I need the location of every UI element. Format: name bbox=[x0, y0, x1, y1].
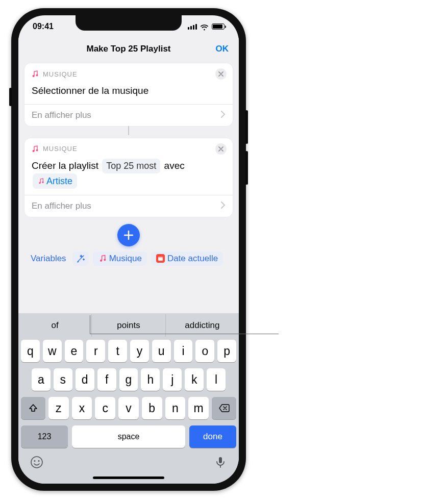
chevron-right-icon bbox=[221, 201, 226, 211]
action-card-create-playlist[interactable]: MUSIQUE Créer la playlist Top 25 most av… bbox=[24, 138, 233, 217]
suggestion-1[interactable]: of bbox=[18, 314, 91, 337]
plus-icon bbox=[123, 230, 134, 240]
key-c[interactable]: c bbox=[95, 397, 115, 419]
key-row-2: a s d f g h j k l bbox=[18, 365, 239, 394]
playlist-name-field[interactable]: Top 25 most bbox=[102, 159, 160, 173]
close-icon bbox=[218, 71, 223, 77]
keyboard: of points addicting q w e r t y u i o p … bbox=[18, 313, 239, 484]
svg-rect-1 bbox=[158, 257, 163, 258]
key-i[interactable]: i bbox=[174, 340, 193, 362]
key-j[interactable]: j bbox=[163, 368, 182, 391]
connector-line bbox=[128, 126, 129, 135]
cellular-icon bbox=[188, 24, 197, 30]
emoji-button[interactable] bbox=[30, 455, 44, 471]
key-q[interactable]: q bbox=[21, 340, 40, 362]
key-123[interactable]: 123 bbox=[21, 425, 68, 448]
key-u[interactable]: u bbox=[152, 340, 171, 362]
ok-button[interactable]: OK bbox=[216, 44, 229, 54]
screen: 09:41 Make Top 25 Playlist OK MUSIQUE bbox=[18, 15, 239, 484]
key-n[interactable]: n bbox=[165, 397, 186, 419]
key-d[interactable]: d bbox=[76, 368, 94, 391]
svg-rect-5 bbox=[219, 457, 222, 463]
key-w[interactable]: w bbox=[43, 340, 62, 362]
add-action-button[interactable] bbox=[117, 224, 140, 246]
key-y[interactable]: y bbox=[130, 340, 149, 362]
variable-token-artist[interactable]: Artiste bbox=[33, 173, 77, 189]
svg-point-4 bbox=[38, 460, 40, 462]
variable-chip-label: Musique bbox=[109, 254, 142, 264]
nav-bar: Make Top 25 Playlist OK bbox=[18, 38, 239, 60]
variable-chip-label: Date actuelle bbox=[167, 254, 218, 264]
key-delete[interactable] bbox=[212, 397, 236, 419]
show-more-row[interactable]: En afficher plus bbox=[24, 195, 233, 217]
workflow-content: MUSIQUE Sélectionner de la musique En af… bbox=[18, 60, 239, 270]
key-t[interactable]: t bbox=[108, 340, 127, 362]
variable-chip-current-date[interactable]: Date actuelle bbox=[151, 252, 223, 266]
action-app-label: MUSIQUE bbox=[43, 70, 211, 78]
key-e[interactable]: e bbox=[65, 340, 84, 362]
music-note-icon bbox=[98, 254, 107, 263]
chevron-right-icon bbox=[221, 110, 226, 120]
wifi-icon bbox=[200, 23, 209, 30]
home-indicator[interactable] bbox=[93, 476, 164, 479]
key-o[interactable]: o bbox=[195, 340, 214, 362]
key-space[interactable]: space bbox=[72, 425, 185, 448]
key-a[interactable]: a bbox=[32, 368, 51, 391]
action-text-mid: avec bbox=[164, 160, 185, 171]
key-m[interactable]: m bbox=[188, 397, 209, 419]
key-done[interactable]: done bbox=[189, 425, 236, 448]
callout-leader bbox=[90, 334, 279, 334]
key-row-1: q w e r t y u i o p bbox=[18, 337, 239, 365]
key-k[interactable]: k bbox=[185, 368, 204, 391]
mic-icon bbox=[213, 455, 228, 469]
key-v[interactable]: v bbox=[118, 397, 139, 419]
emoji-icon bbox=[30, 455, 44, 469]
music-app-icon bbox=[31, 70, 39, 78]
variable-chip-music[interactable]: Musique bbox=[93, 252, 147, 266]
key-b[interactable]: b bbox=[142, 397, 162, 419]
magic-wand-icon bbox=[76, 254, 85, 263]
key-g[interactable]: g bbox=[119, 368, 138, 391]
page-title: Make Top 25 Playlist bbox=[86, 44, 170, 54]
key-f[interactable]: f bbox=[97, 368, 116, 391]
magic-variable-button[interactable] bbox=[72, 252, 89, 266]
shift-icon bbox=[28, 403, 38, 413]
battery-icon bbox=[212, 23, 225, 30]
remove-action-button[interactable] bbox=[215, 68, 227, 80]
key-row-4: 123 space done bbox=[18, 422, 239, 451]
close-icon bbox=[218, 146, 223, 152]
show-more-label: En afficher plus bbox=[32, 110, 91, 120]
calendar-icon bbox=[156, 254, 165, 263]
key-x[interactable]: x bbox=[72, 397, 92, 419]
key-h[interactable]: h bbox=[141, 368, 160, 391]
variables-link[interactable]: Variables bbox=[29, 252, 68, 266]
show-more-row[interactable]: En afficher plus bbox=[24, 104, 233, 126]
action-title: Sélectionner de la musique bbox=[32, 85, 148, 96]
key-r[interactable]: r bbox=[86, 340, 105, 362]
action-app-label: MUSIQUE bbox=[43, 145, 211, 153]
key-z[interactable]: z bbox=[48, 397, 69, 419]
status-time: 09:41 bbox=[33, 22, 54, 31]
show-more-label: En afficher plus bbox=[32, 201, 91, 211]
key-s[interactable]: s bbox=[54, 368, 72, 391]
notch bbox=[76, 15, 182, 31]
phone-frame: 09:41 Make Top 25 Playlist OK MUSIQUE bbox=[11, 8, 246, 491]
action-card-select-music[interactable]: MUSIQUE Sélectionner de la musique En af… bbox=[24, 63, 233, 126]
key-p[interactable]: p bbox=[217, 340, 236, 362]
music-note-icon bbox=[37, 178, 44, 185]
key-l[interactable]: l bbox=[207, 368, 226, 391]
svg-point-2 bbox=[31, 457, 42, 468]
music-app-icon bbox=[31, 145, 39, 153]
variable-token-label: Artiste bbox=[46, 174, 72, 188]
delete-icon bbox=[218, 404, 230, 413]
variables-bar: Variables Musique Date actuelle bbox=[24, 252, 233, 270]
dictation-button[interactable] bbox=[213, 455, 228, 471]
key-shift[interactable] bbox=[21, 397, 45, 419]
remove-action-button[interactable] bbox=[215, 143, 227, 155]
action-text-prefix: Créer la playlist bbox=[32, 160, 98, 171]
key-row-3: z x c v b n m bbox=[18, 394, 239, 422]
svg-point-3 bbox=[34, 460, 36, 462]
callout-leader bbox=[90, 315, 90, 334]
